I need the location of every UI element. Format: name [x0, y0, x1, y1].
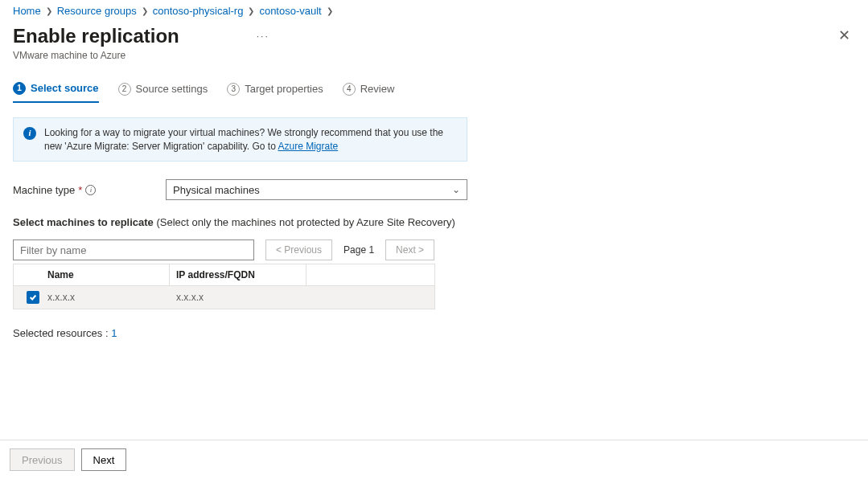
- tab-select-source[interactable]: 1 Select source: [13, 82, 99, 103]
- breadcrumb-item[interactable]: contoso-physical-rg: [153, 5, 244, 17]
- select-value: Physical machines: [173, 184, 260, 196]
- next-button[interactable]: Next: [81, 448, 127, 471]
- cell-name: x.x.x.x: [41, 287, 170, 308]
- chevron-down-icon: ⌄: [452, 184, 460, 195]
- machine-type-select[interactable]: Physical machines ⌄: [166, 179, 467, 200]
- chevron-right-icon: ❯: [248, 6, 254, 15]
- azure-migrate-link[interactable]: Azure Migrate: [278, 141, 338, 152]
- page-subtitle: VMware machine to Azure: [13, 50, 274, 61]
- tab-target-properties[interactable]: 3 Target properties: [227, 82, 323, 103]
- page-title: Enable replication: [13, 25, 179, 48]
- breadcrumb: Home ❯ Resource groups ❯ contoso-physica…: [13, 0, 855, 25]
- infobox-text: Looking for a way to migrate your virtua…: [44, 126, 457, 154]
- chevron-right-icon: ❯: [327, 6, 333, 15]
- step-number-icon: 2: [118, 83, 131, 96]
- step-number-icon: 4: [343, 83, 356, 96]
- wizard-tabs: 1 Select source 2 Source settings 3 Targ…: [13, 82, 855, 103]
- close-button[interactable]: ✕: [838, 25, 850, 43]
- col-name: Name: [41, 264, 170, 285]
- tab-label: Review: [360, 83, 395, 95]
- breadcrumb-item[interactable]: contoso-vault: [259, 5, 321, 17]
- check-icon: [29, 293, 37, 301]
- infobox: i Looking for a way to migrate your virt…: [13, 117, 467, 162]
- info-tooltip-icon[interactable]: i: [85, 185, 96, 195]
- footer: Previous Next: [0, 440, 868, 479]
- tab-source-settings[interactable]: 2 Source settings: [118, 82, 208, 103]
- pager-previous-button[interactable]: < Previous: [265, 240, 332, 260]
- cell-ip: x.x.x.x: [170, 287, 306, 308]
- col-ip: IP address/FQDN: [170, 264, 306, 285]
- selected-count: Selected resources : 1: [13, 327, 467, 339]
- tab-label: Select source: [31, 82, 99, 94]
- select-machines-heading: Select machines to replicate (Select onl…: [13, 216, 467, 228]
- page-indicator: Page 1: [343, 244, 374, 256]
- chevron-right-icon: ❯: [142, 6, 148, 15]
- tab-label: Target properties: [245, 83, 323, 95]
- info-icon: i: [23, 127, 36, 140]
- step-number-icon: 3: [227, 83, 240, 96]
- filter-input[interactable]: [13, 240, 254, 260]
- tab-review[interactable]: 4 Review: [343, 82, 395, 103]
- more-actions-button[interactable]: ···: [252, 26, 274, 47]
- chevron-right-icon: ❯: [46, 6, 52, 15]
- row-checkbox[interactable]: [27, 291, 39, 304]
- machines-table: Name IP address/FQDN x.x.x.x x.x.x.x: [13, 264, 435, 309]
- previous-button[interactable]: Previous: [10, 448, 75, 471]
- table-row[interactable]: x.x.x.x x.x.x.x: [14, 286, 434, 309]
- pager-next-button[interactable]: Next >: [385, 240, 434, 260]
- breadcrumb-item[interactable]: Resource groups: [57, 5, 137, 17]
- required-icon: *: [78, 184, 82, 196]
- machine-type-label: Machine type * i: [13, 184, 166, 196]
- step-number-icon: 1: [13, 82, 26, 95]
- breadcrumb-item[interactable]: Home: [13, 5, 41, 17]
- tab-label: Source settings: [136, 83, 208, 95]
